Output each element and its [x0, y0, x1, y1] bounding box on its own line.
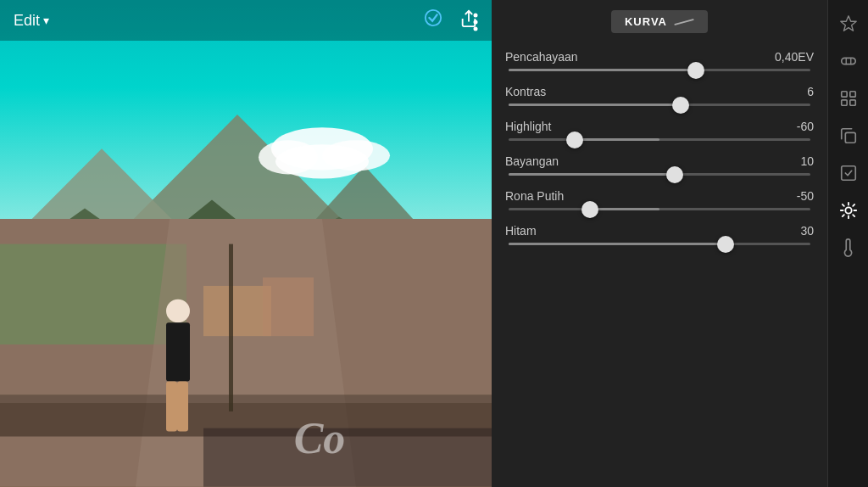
temperature-icon-svg	[839, 238, 858, 257]
slider-label-row-5: Hitam30	[505, 224, 814, 238]
slider-track-0[interactable]	[509, 69, 810, 71]
svg-point-0	[426, 10, 441, 25]
svg-rect-38	[841, 166, 855, 181]
slider-track-4[interactable]	[509, 208, 810, 210]
brush-icon-svg	[839, 52, 858, 70]
slider-fill-4	[590, 208, 659, 210]
slider-track-5[interactable]	[509, 243, 810, 245]
slider-label-text-3: Bayangan	[505, 154, 559, 168]
svg-rect-34	[849, 92, 854, 97]
svg-rect-22	[263, 277, 314, 336]
slider-thumb-2[interactable]	[566, 132, 583, 148]
svg-point-15	[275, 144, 369, 178]
photo-content: Co	[0, 0, 492, 487]
layers-icon[interactable]	[832, 119, 865, 153]
slider-thumb-4[interactable]	[581, 201, 598, 218]
svg-point-2	[474, 14, 478, 18]
slider-thumb-5[interactable]	[717, 236, 734, 253]
svg-rect-27	[229, 244, 233, 411]
slider-value-3: 10	[800, 154, 814, 168]
svg-line-47	[842, 215, 843, 216]
side-toolbar	[827, 0, 868, 487]
svg-rect-30	[841, 58, 855, 64]
svg-point-23	[166, 299, 190, 323]
slider-thumb-1[interactable]	[672, 97, 689, 114]
curve-line-icon	[674, 18, 694, 25]
slider-label-row-0: Pencahayaan0,40EV	[505, 50, 814, 64]
svg-rect-24	[166, 323, 190, 382]
dots-svg	[473, 12, 478, 32]
slider-fill-0	[509, 69, 696, 71]
slider-label-row-3: Bayangan10	[505, 154, 814, 168]
slider-fill-1	[509, 104, 681, 106]
layers-icon-svg	[839, 126, 858, 145]
svg-rect-36	[849, 100, 854, 105]
controls-panel: KURVA Pencahayaan0,40EVKontras6Highlight…	[492, 0, 827, 487]
svg-rect-37	[845, 132, 855, 143]
slider-value-1: 6	[807, 85, 814, 98]
slider-label-text-5: Hitam	[505, 224, 537, 238]
slider-label-text-2: Highlight	[505, 120, 551, 133]
right-panel: KURVA Pencahayaan0,40EVKontras6Highlight…	[492, 0, 868, 487]
svg-point-3	[474, 20, 478, 25]
slider-value-0: 0,40EV	[775, 50, 814, 64]
edit-arrow: ▾	[43, 14, 49, 27]
sparkle-icon-svg	[839, 14, 858, 33]
slider-item-0: Pencahayaan0,40EV	[505, 50, 814, 71]
edit-label: Edit	[14, 12, 40, 30]
curve-header: KURVA	[492, 0, 827, 43]
svg-rect-33	[841, 92, 846, 97]
slider-track-1[interactable]	[509, 104, 810, 106]
photo-graffiti: Co	[147, 389, 492, 487]
light-icon-svg	[839, 201, 858, 220]
slider-item-3: Bayangan10	[505, 154, 814, 176]
svg-marker-29	[840, 16, 855, 31]
sliders-section: Pencahayaan0,40EVKontras6Highlight-60Bay…	[492, 43, 827, 487]
enhance-icon[interactable]	[832, 156, 865, 190]
graffiti-text: Co	[294, 413, 346, 463]
checkmark-svg	[424, 8, 442, 27]
slider-label-text-0: Pencahayaan	[505, 50, 578, 64]
slider-label-row-1: Kontras6	[505, 85, 814, 98]
crop-icon[interactable]	[832, 81, 865, 115]
svg-rect-21	[203, 286, 271, 336]
slider-value-5: 30	[800, 224, 814, 238]
slider-label-row-2: Highlight-60	[505, 120, 814, 133]
svg-line-44	[842, 204, 843, 206]
svg-point-39	[845, 207, 851, 213]
light-icon[interactable]	[832, 193, 865, 227]
slider-value-4: -50	[797, 189, 814, 203]
sparkle-icon[interactable]	[832, 7, 865, 41]
photo-panel: Edit ▾	[0, 0, 492, 487]
slider-item-4: Rona Putih-50	[505, 189, 814, 210]
slider-item-5: Hitam30	[505, 224, 814, 245]
slider-label-text-1: Kontras	[505, 85, 546, 98]
slider-fill-3	[509, 173, 675, 176]
dots-menu[interactable]	[473, 12, 478, 37]
slider-thumb-3[interactable]	[666, 166, 683, 183]
enhance-icon-svg	[839, 164, 858, 182]
slider-fill-5	[509, 243, 726, 245]
photo-header: Edit ▾	[0, 0, 492, 41]
svg-point-4	[474, 27, 478, 31]
crop-icon-svg	[839, 89, 858, 108]
brush-icon[interactable]	[832, 44, 865, 78]
slider-label-text-4: Rona Putih	[505, 189, 564, 203]
edit-button[interactable]: Edit ▾	[14, 12, 49, 30]
svg-line-46	[853, 204, 854, 206]
header-right	[424, 8, 478, 32]
temperature-icon[interactable]	[832, 231, 865, 265]
svg-line-45	[853, 215, 854, 216]
slider-track-3[interactable]	[509, 173, 810, 176]
slider-item-2: Highlight-60	[505, 120, 814, 141]
check-icon[interactable]	[424, 8, 442, 32]
svg-rect-35	[841, 100, 846, 105]
slider-label-row-4: Rona Putih-50	[505, 189, 814, 203]
slider-fill-2	[575, 138, 659, 141]
curve-label: KURVA	[625, 15, 667, 28]
curve-button[interactable]: KURVA	[611, 10, 708, 33]
slider-track-2[interactable]	[509, 138, 810, 141]
slider-item-1: Kontras6	[505, 85, 814, 106]
slider-thumb-0[interactable]	[687, 62, 704, 79]
slider-value-2: -60	[797, 120, 814, 133]
